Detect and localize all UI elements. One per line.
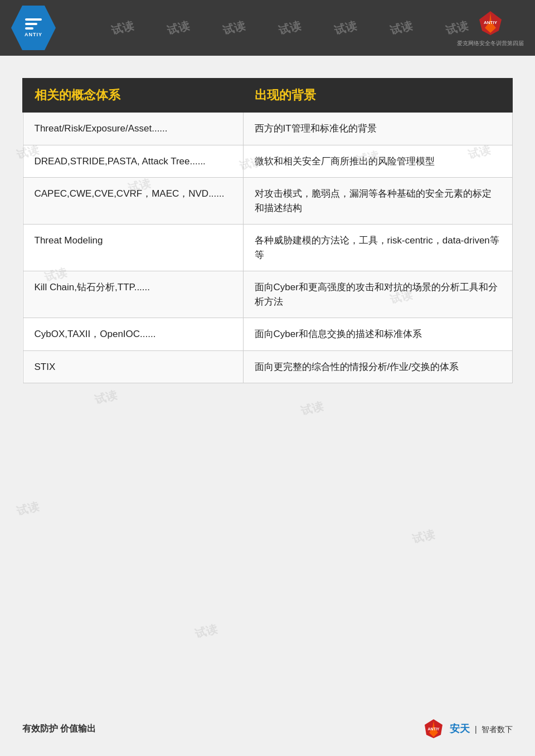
table-row: CAPEC,CWE,CVE,CVRF，MAEC，NVD...... 对攻击模式，… — [23, 178, 512, 225]
row5-col2: 面向Cyber和更高强度的攻击和对抗的场景的分析工具和分析方法 — [243, 271, 512, 318]
footer-slogan-text: 智者数下 — [481, 725, 513, 734]
col1-header: 相关的概念体系 — [23, 79, 243, 112]
svg-text:ANTIY: ANTIY — [428, 727, 440, 731]
row6-col1: CybOX,TAXII，OpenIOC...... — [23, 318, 243, 351]
col2-header: 出现的背景 — [243, 79, 512, 112]
main-content: 试读 试读 试读 试读 试读 试读 试读 试读 试读 试读 试读 试读 相关的概… — [0, 56, 535, 406]
header-wm-6: 试读 — [388, 21, 414, 36]
antiy-logo: ANTIY — [11, 6, 56, 50]
footer-logo-icon: ANTIY — [421, 718, 446, 739]
wm-main-9: 试读 — [299, 398, 325, 418]
logo-stripe-2 — [25, 23, 37, 25]
wm-main-8: 试读 — [93, 387, 119, 407]
row5-col1: Kill Chain,钻石分析,TTP...... — [23, 271, 243, 318]
table-row: DREAD,STRIDE,PASTA, Attack Tree...... 微软… — [23, 145, 512, 178]
svg-text:ANTIY: ANTIY — [484, 20, 498, 25]
footer-logo: ANTIY 安天 | 智者数下 — [421, 718, 513, 739]
row6-col2: 面向Cyber和信息交换的描述和标准体系 — [243, 318, 512, 351]
right-logo-svg: ANTIY — [474, 8, 507, 36]
table-row: STIX 面向更完整的综合性的情报分析/作业/交换的体系 — [23, 350, 512, 383]
header-wm-1: 试读 — [110, 21, 135, 36]
logo-label: ANTIY — [25, 32, 42, 37]
header-watermarks: 试读 试读 试读 试读 试读 试读 试读 — [56, 21, 524, 36]
page-header: ANTIY 试读 试读 试读 试读 试读 试读 试读 ANTIY 爱克网络安全冬… — [0, 0, 535, 56]
header-wm-3: 试读 — [221, 21, 247, 36]
footer-left-text: 有效防护 价值输出 — [22, 723, 96, 735]
header-right-text: 爱克网络安全冬训营第四届 — [457, 40, 524, 47]
logo-stripe-3 — [25, 27, 33, 30]
footer-slogan: | — [475, 725, 477, 734]
row3-col2: 对攻击模式，脆弱点，漏洞等各种基础的安全元素的标定和描述结构 — [243, 178, 512, 225]
table-row: Threat Modeling 各种威胁建模的方法论，工具，risk-centr… — [23, 225, 512, 271]
logo-stripe-1 — [25, 18, 42, 21]
header-right-logo: ANTIY 爱克网络安全冬训营第四届 — [457, 8, 524, 47]
footer-brand: 安天 — [450, 723, 470, 734]
table-row: CybOX,TAXII，OpenIOC...... 面向Cyber和信息交换的描… — [23, 318, 512, 351]
row2-col2: 微软和相关安全厂商所推出的风险管理模型 — [243, 145, 512, 178]
content-table: 相关的概念体系 出现的背景 Threat/Risk/Exposure/Asset… — [22, 78, 513, 383]
table-row: Kill Chain,钻石分析,TTP...... 面向Cyber和更高强度的攻… — [23, 271, 512, 318]
header-wm-4: 试读 — [277, 21, 303, 36]
row1-col1: Threat/Risk/Exposure/Asset...... — [23, 112, 243, 145]
page-footer: 有效防护 价值输出 ANTIY 安天 | 智者数下 — [22, 718, 513, 739]
row3-col1: CAPEC,CWE,CVE,CVRF，MAEC，NVD...... — [23, 178, 243, 225]
footer-logo-text: 安天 | 智者数下 — [450, 722, 513, 735]
table-row: Threat/Risk/Exposure/Asset...... 西方的IT管理… — [23, 112, 512, 145]
row1-col2: 西方的IT管理和标准化的背景 — [243, 112, 512, 145]
row2-col1: DREAD,STRIDE,PASTA, Attack Tree...... — [23, 145, 243, 178]
wm-main-12: 试读 — [193, 621, 219, 641]
header-wm-2: 试读 — [166, 21, 191, 36]
header-wm-5: 试读 — [333, 21, 358, 36]
row7-col1: STIX — [23, 350, 243, 383]
wm-main-10: 试读 — [15, 499, 41, 519]
wm-main-11: 试读 — [411, 526, 436, 547]
row4-col1: Threat Modeling — [23, 225, 243, 271]
table-header-row: 相关的概念体系 出现的背景 — [23, 79, 512, 112]
row7-col2: 面向更完整的综合性的情报分析/作业/交换的体系 — [243, 350, 512, 383]
row4-col2: 各种威胁建模的方法论，工具，risk-centric，data-driven等等 — [243, 225, 512, 271]
